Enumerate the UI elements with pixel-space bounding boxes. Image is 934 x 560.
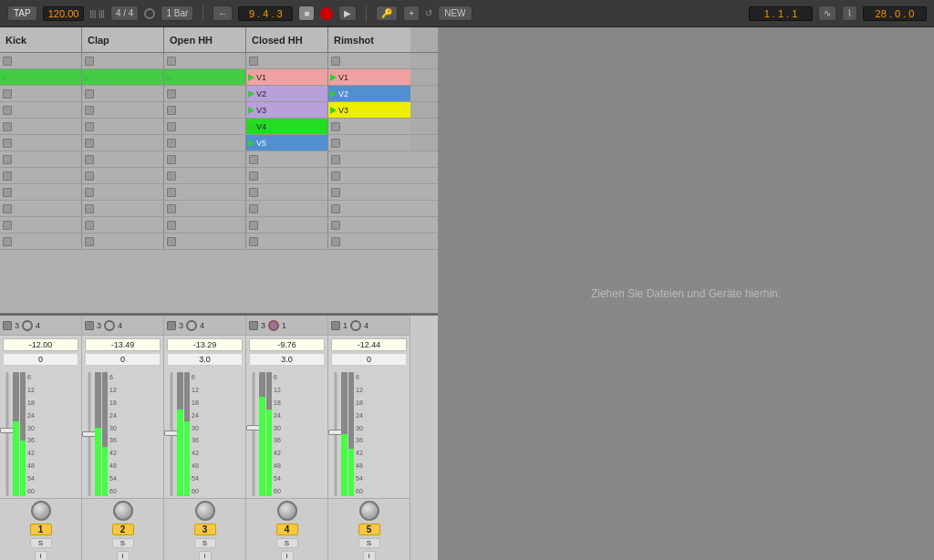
clip-rimshot-v3[interactable]: V3: [328, 102, 410, 118]
ch-num-btn-4[interactable]: 4: [276, 524, 298, 535]
header-rimshot: Rimshot: [328, 27, 410, 52]
play-button[interactable]: ▶: [338, 5, 357, 21]
tap-button[interactable]: TAP: [7, 5, 37, 21]
ch-vol-display-2[interactable]: -13.49: [85, 338, 161, 351]
rec-button[interactable]: [320, 7, 333, 20]
ch-bottom-1: 1 S i: [0, 498, 81, 560]
clip-row-1: V1 V1: [0, 69, 438, 86]
ch-fader-track-1[interactable]: [4, 372, 11, 496]
clip-closedhh-v5[interactable]: V5: [246, 135, 328, 150]
left-panel: Kick Clap Open HH Closed HH Rimshot: [0, 27, 438, 560]
ch-solo-btn-2[interactable]: S: [112, 538, 134, 548]
ch-solo-btn-3[interactable]: S: [194, 538, 216, 548]
clip-kick-1[interactable]: [0, 69, 82, 85]
ch-num1: 3: [179, 321, 183, 330]
ch-pan-knob-4[interactable]: [277, 501, 297, 521]
ch-fader-track-2[interactable]: [86, 372, 93, 496]
ch-pan-display-5[interactable]: 0: [331, 353, 407, 366]
ch-pan-knob-1[interactable]: [31, 501, 51, 521]
zoom-display[interactable]: 28 . 0 . 0: [863, 6, 927, 21]
ch-main-2: 6121824303642485460: [82, 368, 163, 498]
track-headers: Kick Clap Open HH Closed HH Rimshot: [0, 27, 438, 53]
plus-button[interactable]: +: [403, 5, 420, 21]
clip-stop-btn[interactable]: [331, 57, 340, 66]
ch-num1: 3: [15, 321, 19, 330]
ch-info-btn-2[interactable]: i: [117, 551, 130, 560]
clip-stop-btn[interactable]: [249, 57, 258, 66]
ch-num-btn-2[interactable]: 2: [112, 524, 134, 535]
channel-strip-1: 3 4 -12.00 0: [0, 316, 82, 560]
ch-pan-knob-3[interactable]: [195, 501, 215, 521]
clip-closedhh-v3[interactable]: V3: [246, 102, 328, 118]
bpm-display[interactable]: 120.00: [43, 6, 85, 21]
ch-info-btn-1[interactable]: i: [35, 551, 47, 560]
wave-button[interactable]: ∿: [818, 5, 836, 21]
bars-button[interactable]: 1 Bar: [161, 5, 193, 21]
position-display[interactable]: 9 . 4 . 3: [238, 6, 293, 21]
header-openhh: Open HH: [164, 27, 246, 52]
ch-info-btn-4[interactable]: i: [281, 551, 294, 560]
clip-label: V2: [254, 89, 266, 99]
clip-label: V3: [337, 106, 348, 115]
clip-stop-btn[interactable]: [167, 57, 176, 66]
clip-row-4: V4: [0, 119, 438, 135]
top-bar-right: 1 . 1 . 1 ∿ ⌇ 28 . 0 . 0: [749, 5, 927, 21]
ch-fader-section-1: 6121824303642485460: [4, 372, 79, 496]
channel-top-3: 3 4: [164, 316, 245, 336]
ch-num-btn-5[interactable]: 5: [358, 524, 380, 535]
play-icon: [248, 140, 254, 147]
ch-fader-track-3[interactable]: [168, 372, 175, 496]
ch-main-4: 6121824303642485460: [246, 368, 327, 498]
ch-solo-btn-5[interactable]: S: [358, 538, 380, 548]
divider2: [366, 5, 367, 22]
ch-solo-btn-4[interactable]: S: [276, 538, 298, 548]
ch-vol-display-4[interactable]: -9.76: [249, 338, 325, 351]
main-content: Kick Clap Open HH Closed HH Rimshot: [0, 27, 934, 560]
ch-vol-display-3[interactable]: -13.29: [167, 338, 243, 351]
drop-hint: Ziehen Sie Dateien und Geräte hierhin.: [591, 287, 781, 300]
loop-display[interactable]: 1 . 1 . 1: [749, 6, 813, 21]
play-icon: [84, 74, 90, 81]
play-icon: [2, 74, 8, 81]
ch-vol-display-1[interactable]: -12.00: [3, 338, 78, 351]
ch-pan-knob-2[interactable]: [113, 501, 133, 521]
clip-rimshot-v2[interactable]: V2: [328, 86, 410, 101]
clip-label: V2: [337, 89, 348, 99]
clip-closedhh-v4[interactable]: V4: [246, 119, 328, 134]
ch-info-btn-5[interactable]: i: [363, 551, 376, 560]
ch-num-btn-3[interactable]: 3: [194, 524, 216, 535]
ch-fader-track-5[interactable]: [332, 372, 339, 496]
clip-closedhh-v1[interactable]: V1: [246, 69, 328, 85]
ch-main-5: 6121824303642485460: [328, 368, 410, 498]
ch-pan-knob-5[interactable]: [359, 501, 379, 521]
time-sig[interactable]: 4 / 4: [110, 5, 139, 21]
ch-num2: 4: [118, 321, 122, 330]
ch-vu-fill-r: [20, 441, 26, 496]
ch-num-btn-1[interactable]: 1: [30, 524, 52, 535]
ch-info-btn-3[interactable]: i: [199, 551, 212, 560]
clip-closedhh-v2[interactable]: V2: [246, 86, 328, 101]
clip-rimshot-v1[interactable]: V1: [328, 69, 410, 85]
arrow-left-button[interactable]: ←: [213, 5, 233, 21]
cpu-button[interactable]: ⌇: [842, 5, 857, 21]
clip-stop-btn[interactable]: [85, 57, 94, 66]
ch-bottom-5: 5 S i: [328, 498, 410, 560]
ch-fader-track-4[interactable]: [250, 372, 257, 496]
clip-row-3: V3 V3: [0, 102, 438, 119]
ch-pan-display-1[interactable]: 0: [3, 353, 78, 366]
ch-clock-icon: [186, 320, 197, 331]
ch-solo-btn-1[interactable]: S: [30, 538, 52, 548]
key-button[interactable]: 🔑: [376, 5, 398, 21]
ch-pan-display-2[interactable]: 0: [85, 353, 161, 366]
stop-button[interactable]: ■: [298, 5, 315, 21]
clip-openhh-1[interactable]: [164, 69, 246, 85]
ch-pan-display-3[interactable]: 3.0: [167, 353, 243, 366]
ch-vol-display-5[interactable]: -12.44: [331, 338, 407, 351]
clip-clap-1[interactable]: [82, 69, 164, 85]
ch-pan-display-4[interactable]: 3.0: [249, 353, 325, 366]
channel-top-1: 3 4: [0, 316, 81, 336]
ch-vu-group-2: [95, 372, 108, 496]
new-button[interactable]: NEW: [438, 5, 472, 21]
ch-vu-fill-l: [13, 421, 19, 496]
clip-stop-btn[interactable]: [3, 57, 12, 66]
